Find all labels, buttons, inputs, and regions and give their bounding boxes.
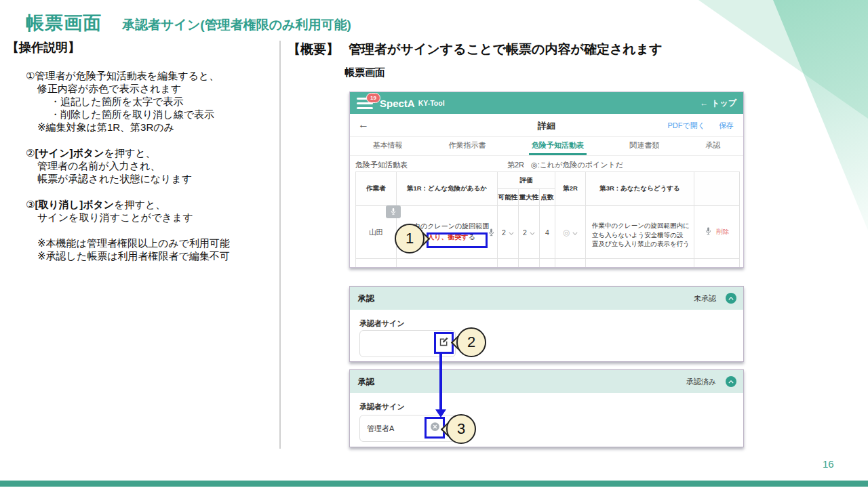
save-link[interactable]: 保存	[719, 121, 734, 131]
page-subtitle: 承認者サイン(管理者権限のみ利用可能)	[122, 16, 351, 34]
callout-2: 2	[456, 327, 486, 357]
col-header-worker: 作業者	[356, 172, 397, 206]
col-header-evaluation: 評価	[498, 172, 555, 189]
callout-3: 3	[446, 414, 476, 444]
chevron-down-icon	[572, 228, 578, 237]
callout-number: 2	[456, 327, 486, 357]
column-divider	[279, 41, 281, 449]
r1-line1: 中のクレーンの旋回範囲	[414, 221, 489, 232]
ops-line: 管理者の名前が入力され、	[37, 159, 230, 172]
overview-heading: 【概要】	[288, 41, 339, 58]
severity-value: 2	[523, 228, 527, 237]
operations-heading: 【操作説明】	[7, 39, 80, 56]
ops-line: ※編集対象は第1R、第3Rのみ	[37, 121, 230, 134]
callout-1: 1	[395, 224, 425, 253]
severity-select[interactable]: 2	[519, 206, 540, 259]
col-header-score: 点数	[540, 189, 555, 206]
r3-text: 作業中のクレーンの旋回範囲内に立ち入らないよう安全柵等の設置及び立ち入り禁止の表…	[586, 216, 694, 249]
button-name-bold: [取り消し]ボタン	[35, 199, 114, 210]
ops-line: ・追記した箇所を太字で表示	[50, 95, 230, 108]
step-text: を押すと、	[104, 147, 156, 159]
approval-panel-approved: 承認 承認済み 承認者サイン 管理者A	[349, 369, 744, 447]
partial-row-cell	[356, 259, 397, 268]
ops-line: ①管理者が危険予知活動表を編集すると、	[26, 69, 230, 82]
possibility-select[interactable]: 2	[498, 206, 519, 259]
mic-icon[interactable]	[488, 228, 495, 239]
notification-badge: 19	[366, 93, 380, 103]
chevron-up-icon[interactable]	[726, 293, 736, 304]
ops-line: ③[取り消し]ボタンを押すと、	[26, 198, 230, 211]
overview-text: 管理者がサインすることで帳票の内容が確定されます	[349, 41, 663, 58]
sign-label: 承認者サイン	[359, 319, 743, 329]
ops-note: ※承認した帳票は利用者権限者で編集不可	[37, 249, 230, 262]
panel-header: 承認 承認済み	[350, 370, 743, 393]
overview-row: 【概要】 管理者がサインすることで帳票の内容が確定されます	[288, 41, 663, 58]
tab-bar: 基本情報 作業指示書 危険予知活動表 関連書類 承認	[350, 137, 743, 156]
app-header: 19 SpectA KY-Tool ← トップ	[350, 92, 743, 114]
panel-header: 承認 未承認	[350, 287, 743, 310]
tab-work-order[interactable]: 作業指示書	[446, 140, 488, 155]
chevron-down-icon	[509, 228, 514, 237]
ops-line: 帳票が承認された状態になります	[37, 172, 230, 185]
flow-arrow-line	[439, 354, 442, 411]
partial-row-cell	[397, 259, 498, 268]
tab-basic-info[interactable]: 基本情報	[370, 140, 406, 155]
flow-arrow-head	[435, 409, 446, 418]
mic-icon[interactable]	[705, 226, 712, 238]
actions-cell: 削除	[694, 206, 740, 259]
button-name-bold: [サイン]ボタン	[35, 147, 104, 159]
page-title: 帳票画面	[26, 11, 102, 35]
approval-panel-unapproved: 承認 未承認 承認者サイン	[349, 286, 744, 362]
tab-hazard-prediction[interactable]: 危険予知活動表	[529, 140, 587, 155]
score-cell: 4	[540, 206, 555, 259]
panel-title: 承認	[358, 376, 374, 388]
page-number: 16	[823, 458, 834, 470]
x-circle-icon	[429, 421, 441, 435]
partial-row-cell	[540, 259, 555, 268]
chevron-down-icon	[530, 228, 535, 237]
bottom-accent-bar	[0, 481, 868, 487]
app-brand-suffix: KY-Tool	[418, 99, 445, 107]
top-nav-link[interactable]: ← トップ	[700, 98, 736, 109]
ops-note: ※本機能は管理者権限以上のみで利用可能	[37, 237, 230, 249]
r2-select[interactable]: ◎	[555, 206, 586, 259]
col-header-r3: 第3R：あなたならどうする	[586, 172, 694, 206]
step-number: ②	[26, 147, 35, 159]
partial-row-cell	[519, 259, 540, 268]
round-note-text: ◎:これが危険のポイントだ	[531, 161, 623, 169]
screenshot-label: 帳票画面	[344, 66, 385, 79]
detail-toolbar: ← 詳細 PDFで開く 保存	[350, 114, 743, 137]
tab-related-docs[interactable]: 関連書類	[627, 140, 663, 155]
highlight-box-edited-text	[427, 232, 488, 248]
callout-number: 3	[446, 414, 476, 444]
col-header-r2: 第2R	[555, 172, 586, 206]
app-brand: SpectA	[380, 98, 415, 109]
partial-row-cell	[498, 259, 519, 268]
status-badge: 承認済み	[686, 377, 716, 387]
sign-label: 承認者サイン	[359, 402, 743, 412]
partial-row-cell	[586, 259, 694, 268]
open-pdf-link[interactable]: PDFで開く	[667, 121, 705, 131]
sheet-subheader: 危険予知活動表 第2R◎:これが危険のポイントだ	[350, 156, 743, 173]
status-badge: 未承認	[694, 293, 716, 304]
ops-line: ・削除した箇所を取り消し線で表示	[50, 108, 230, 121]
delete-button[interactable]: 削除	[717, 228, 730, 237]
callout-number: 1	[395, 224, 425, 253]
ops-line: ②[サイン]ボタンを押すと、	[26, 146, 230, 159]
partial-row-cell	[555, 259, 586, 268]
operations-body: ①管理者が危険予知活動表を編集すると、 修正内容が赤色で表示されます ・追記した…	[26, 69, 230, 262]
worker-mic-button[interactable]	[386, 205, 401, 218]
round-note: 第2R◎:これが危険のポイントだ	[507, 160, 623, 170]
edit-pencil-square-icon	[438, 336, 450, 350]
tab-approval[interactable]: 承認	[703, 140, 723, 155]
ops-line: サインを取り消すことができます	[37, 211, 230, 224]
menu-icon[interactable]: 19	[357, 98, 373, 109]
col-header-actions	[694, 172, 740, 206]
round-label: 第2R	[507, 161, 524, 169]
panel-title: 承認	[358, 293, 374, 304]
col-header-severity: 重大性	[519, 189, 540, 206]
partial-row-cell	[694, 259, 740, 268]
r3-cell: 作業中のクレーンの旋回範囲内に立ち入らないよう安全柵等の設置及び立ち入り禁止の表…	[586, 206, 694, 259]
r2-mark: ◎	[563, 228, 570, 237]
chevron-up-icon[interactable]	[726, 376, 736, 387]
